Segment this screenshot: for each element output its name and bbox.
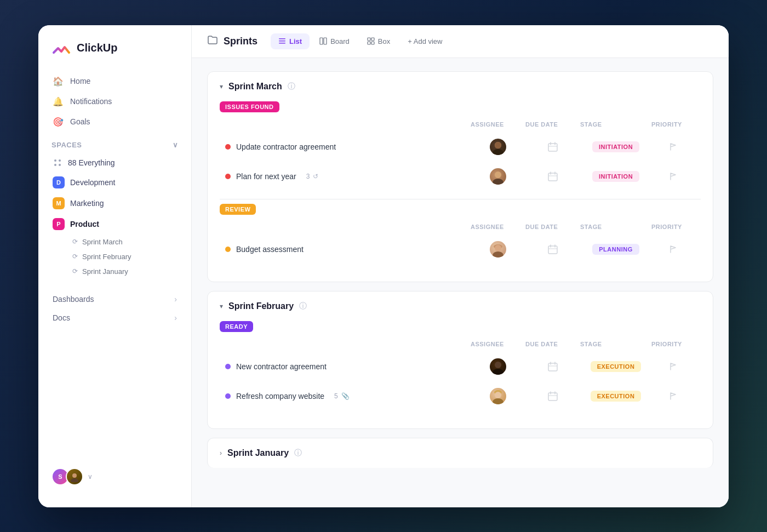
sprint-march-issues-col-headers: ASSIGNEE DUE DATE STAGE PRIORITY xyxy=(220,118,701,131)
spaces-collapse-icon[interactable]: ∨ xyxy=(173,141,179,149)
sprint-january-header[interactable]: › Sprint January ⓘ xyxy=(208,438,713,468)
flag-icon xyxy=(669,142,678,151)
sidebar-item-home-label: Home xyxy=(70,77,90,85)
stage-badge: INITIATION xyxy=(592,141,639,152)
sprint-february-ready-group: READY ASSIGNEE DUE DATE STAGE PRIORITY xyxy=(220,321,701,410)
dashboards-arrow-icon: › xyxy=(174,295,177,304)
table-row[interactable]: Budget assessment xyxy=(220,236,701,263)
sprint-march-content: ISSUES FOUND ASSIGNEE DUE DATE STAGE PRI… xyxy=(208,101,713,282)
svg-rect-37 xyxy=(548,363,557,371)
sprint-march-issues-group: ISSUES FOUND ASSIGNEE DUE DATE STAGE PRI… xyxy=(220,101,701,190)
stage-badge: EXECUTION xyxy=(591,361,642,372)
tab-board-label: Board xyxy=(330,37,350,45)
sidebar-user-area: S ∨ xyxy=(38,459,191,494)
sidebar-item-sprint-january[interactable]: ⟳ Sprint January xyxy=(65,264,185,279)
sprint-february-content: READY ASSIGNEE DUE DATE STAGE PRIORITY xyxy=(208,321,713,428)
col-priority-3: PRIORITY xyxy=(651,341,695,347)
marketing-badge: M xyxy=(53,197,65,209)
page-title: Sprints xyxy=(224,36,257,47)
svg-point-29 xyxy=(495,245,501,251)
goals-icon: 🎯 xyxy=(53,117,64,127)
sprint-icon-january: ⟳ xyxy=(72,267,78,275)
stage-cell: PLANNING xyxy=(580,244,651,255)
svg-rect-6 xyxy=(279,38,285,39)
sidebar: ClickUp 🏠 Home 🔔 Notifications 🎯 Goals S… xyxy=(38,25,192,507)
assignee-cell xyxy=(471,241,525,258)
sidebar-item-everything[interactable]: 88 Everything xyxy=(45,153,185,172)
avatar-user-photo xyxy=(66,468,83,485)
calendar-icon xyxy=(548,362,558,371)
sidebar-item-sprint-march[interactable]: ⟳ Sprint March xyxy=(65,234,185,249)
svg-point-35 xyxy=(495,362,501,368)
table-row[interactable]: Refresh company website 5 📎 xyxy=(220,382,701,410)
sidebar-item-notifications[interactable]: 🔔 Notifications xyxy=(45,91,185,112)
sidebar-item-marketing[interactable]: M Marketing xyxy=(45,193,185,214)
assignee-cell xyxy=(471,358,525,375)
col-assignee-3: ASSIGNEE xyxy=(471,341,525,347)
sidebar-nav: 🏠 Home 🔔 Notifications 🎯 Goals xyxy=(38,71,191,132)
list-icon xyxy=(278,37,286,45)
col-assignee-1: ASSIGNEE xyxy=(471,121,525,128)
stage-cell: EXECUTION xyxy=(580,361,651,372)
svg-point-16 xyxy=(493,149,503,155)
svg-rect-12 xyxy=(371,38,374,41)
due-date-cell xyxy=(525,391,580,401)
logo-text: ClickUp xyxy=(77,42,117,54)
sprint-icon-february: ⟳ xyxy=(72,253,78,260)
col-stage-1: STAGE xyxy=(580,121,651,128)
task-name-cell: Budget assessment xyxy=(225,245,471,254)
avatar xyxy=(490,388,506,404)
assignee-cell xyxy=(471,139,525,155)
ready-badge: READY xyxy=(220,321,253,332)
table-row[interactable]: New contractor agreement xyxy=(220,353,701,380)
sprint-march-review-col-headers: ASSIGNEE DUE DATE STAGE PRIORITY xyxy=(220,220,701,233)
user-dropdown-icon[interactable]: ∨ xyxy=(88,473,93,480)
sidebar-item-sprint-february[interactable]: ⟳ Sprint February xyxy=(65,249,185,264)
sidebar-item-development[interactable]: D Development xyxy=(45,172,185,193)
sidebar-item-notifications-label: Notifications xyxy=(70,97,112,106)
tab-list[interactable]: List xyxy=(271,33,310,49)
product-badge: P xyxy=(53,218,65,230)
svg-point-4 xyxy=(72,473,77,478)
sidebar-item-dashboards[interactable]: Dashboards › xyxy=(45,290,185,308)
avatar xyxy=(490,168,506,185)
tab-box-label: Box xyxy=(378,37,390,45)
sprint-section-january: › Sprint January ⓘ xyxy=(207,438,713,468)
svg-rect-14 xyxy=(371,42,374,44)
col-priority-2: PRIORITY xyxy=(651,224,695,230)
sprint-march-header[interactable]: ▾ Sprint March ⓘ xyxy=(208,72,713,101)
col-due-date-2: DUE DATE xyxy=(525,224,580,230)
task-name-cell: New contractor agreement xyxy=(225,362,471,371)
refresh-icon: ↺ xyxy=(313,173,318,180)
avatar xyxy=(490,358,506,375)
sprint-march-review-group: REVIEW ASSIGNEE DUE DATE STAGE PRIORITY xyxy=(220,204,701,263)
issues-found-badge: ISSUES FOUND xyxy=(220,101,279,112)
sprint-march-title: Sprint March xyxy=(228,82,282,91)
sprint-february-header[interactable]: ▾ Sprint February ⓘ xyxy=(208,291,713,321)
sprint-march-toggle-icon: ▾ xyxy=(220,83,223,90)
add-view-button[interactable]: + Add view xyxy=(400,33,450,49)
table-row[interactable]: Update contractor agreement xyxy=(220,133,701,161)
sprint-february-info-icon: ⓘ xyxy=(299,301,307,311)
task-subtask-count: 3 xyxy=(306,173,310,180)
sidebar-sprint-february-label: Sprint February xyxy=(82,253,131,261)
tab-board[interactable]: Board xyxy=(312,33,357,49)
sprint-february-col-headers: ASSIGNEE DUE DATE STAGE PRIORITY xyxy=(220,337,701,351)
col-due-date-1: DUE DATE xyxy=(525,121,580,128)
due-date-cell xyxy=(525,171,580,181)
assignee-cell xyxy=(471,168,525,185)
svg-rect-7 xyxy=(279,41,285,42)
sprint-february-toggle-icon: ▾ xyxy=(220,302,223,310)
task-name-cell: Refresh company website 5 📎 xyxy=(225,392,471,401)
tab-box[interactable]: Box xyxy=(359,33,398,49)
sidebar-item-docs[interactable]: Docs › xyxy=(45,308,185,327)
task-dot-purple xyxy=(225,364,231,369)
assignee-cell xyxy=(471,388,525,404)
sidebar-item-home[interactable]: 🏠 Home xyxy=(45,71,185,91)
stage-badge: EXECUTION xyxy=(591,391,642,402)
review-badge: REVIEW xyxy=(220,204,256,215)
sidebar-item-goals[interactable]: 🎯 Goals xyxy=(45,112,185,132)
sidebar-item-product[interactable]: P Product xyxy=(45,214,185,234)
table-row[interactable]: Plan for next year 3 ↺ xyxy=(220,163,701,190)
svg-rect-18 xyxy=(548,144,557,151)
